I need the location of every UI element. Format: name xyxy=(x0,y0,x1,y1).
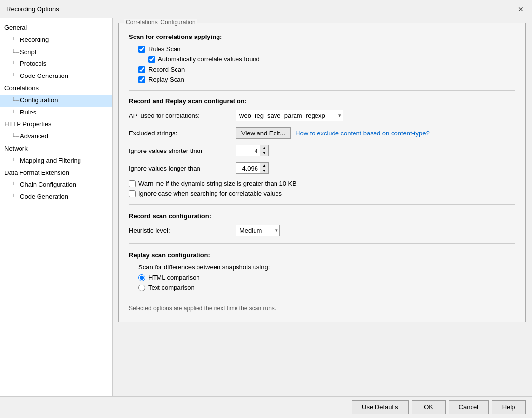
html-comparison-label: HTML comparison xyxy=(148,274,200,281)
divider-3 xyxy=(129,243,515,244)
tree-connector: └─ xyxy=(11,60,19,69)
rules-scan-row: Rules Scan xyxy=(138,45,515,53)
view-edit-button[interactable]: View and Edit... xyxy=(236,127,291,139)
sidebar-item-code-generation-2[interactable]: └─Code Generation xyxy=(0,191,112,203)
record-scan-row: Record Scan xyxy=(138,66,515,73)
api-row: API used for correlations: web_reg_save_… xyxy=(129,110,515,121)
api-label: API used for correlations: xyxy=(129,112,231,119)
ignore-long-input[interactable] xyxy=(236,163,260,173)
sidebar-item-code-generation-1[interactable]: └─Code Generation xyxy=(0,70,112,82)
sidebar-item-data-format-extension[interactable]: Data Format Extension xyxy=(0,167,112,179)
close-button[interactable]: ✕ xyxy=(516,4,526,14)
ignore-short-spinner-btns: ▲ ▼ xyxy=(260,145,268,156)
replay-scan-row: Replay Scan xyxy=(138,76,515,83)
ignore-short-input[interactable] xyxy=(236,145,260,156)
dialog-window: Recording Options ✕ General └─Recording … xyxy=(0,0,532,418)
ignore-case-label: Ignore case when searching for correlata… xyxy=(138,190,282,197)
text-comparison-label: Text comparison xyxy=(148,284,195,291)
tree-connector: └─ xyxy=(11,181,19,190)
excluded-label: Excluded strings: xyxy=(129,130,231,137)
replay-scan-label: Replay Scan xyxy=(148,76,184,83)
sidebar-item-rules[interactable]: └─Rules xyxy=(0,107,112,119)
frame-title: Correlations: Configuration xyxy=(124,19,197,26)
sidebar-item-http-properties[interactable]: HTTP Properties xyxy=(0,118,112,131)
ignore-short-label: Ignore values shorter than xyxy=(129,147,231,154)
tree-connector: └─ xyxy=(11,36,19,45)
heuristic-row: Heuristic level: Low Medium High xyxy=(129,225,515,236)
ignore-short-down[interactable]: ▼ xyxy=(260,151,268,156)
sidebar-item-chain-configuration[interactable]: └─Chain Configuration xyxy=(0,179,112,191)
api-dropdown[interactable]: web_reg_save_param_regexp web_reg_save_p… xyxy=(236,110,343,121)
use-defaults-button[interactable]: Use Defaults xyxy=(352,400,408,414)
sidebar-item-network[interactable]: Network xyxy=(0,143,112,155)
ignore-short-spinner: ▲ ▼ xyxy=(236,145,269,156)
html-comparison-row: HTML comparison xyxy=(138,274,515,281)
ignore-long-down[interactable]: ▼ xyxy=(260,168,268,173)
dialog-title: Recording Options xyxy=(6,5,59,13)
ignore-long-label: Ignore values longer than xyxy=(129,165,231,172)
sidebar-item-mapping-filtering[interactable]: └─Mapping and Filtering xyxy=(0,155,112,167)
sidebar-tree: General └─Recording └─Script └─Protocols… xyxy=(0,18,113,396)
help-button[interactable]: Help xyxy=(492,400,526,414)
ignore-long-row: Ignore values longer than ▲ ▼ xyxy=(129,162,515,174)
tree-connector: └─ xyxy=(11,48,19,57)
tree-connector: └─ xyxy=(11,72,19,81)
rules-scan-checkbox[interactable] xyxy=(138,46,145,53)
auto-correlate-checkbox[interactable] xyxy=(148,56,155,63)
api-dropdown-wrapper: web_reg_save_param_regexp web_reg_save_p… xyxy=(236,110,343,121)
warn-label: Warn me if the dynamic string size is gr… xyxy=(138,180,296,187)
scan-section-title: Scan for correlations applying: xyxy=(129,33,515,40)
tree-connector: └─ xyxy=(11,133,19,141)
record-scan-config-section: Record scan configuration: Heuristic lev… xyxy=(129,212,515,236)
sidebar-item-configuration[interactable]: └─Configuration xyxy=(0,95,112,107)
heuristic-dropdown-wrapper: Low Medium High xyxy=(236,225,280,236)
ignore-long-spinner: ▲ ▼ xyxy=(236,162,269,174)
divider-2 xyxy=(129,204,515,205)
sidebar-item-script[interactable]: └─Script xyxy=(0,46,112,58)
auto-correlate-label: Automatically correlate values found xyxy=(158,56,260,63)
record-replay-config-title: Record and Replay scan configuration: xyxy=(129,97,515,105)
replay-scan-checkbox[interactable] xyxy=(138,76,145,83)
dialog-body: General └─Recording └─Script └─Protocols… xyxy=(0,18,532,396)
tree-connector: └─ xyxy=(11,157,19,166)
correlations-frame: Correlations: Configuration Scan for cor… xyxy=(118,23,526,322)
dialog-footer: Use Defaults OK Cancel Help xyxy=(0,396,532,418)
sidebar-item-protocols[interactable]: └─Protocols xyxy=(0,58,112,70)
main-content-area: Correlations: Configuration Scan for cor… xyxy=(113,18,532,396)
divider-1 xyxy=(129,90,515,91)
ignore-long-spinner-btns: ▲ ▼ xyxy=(260,163,268,173)
sidebar-item-correlations[interactable]: Correlations xyxy=(0,82,112,95)
ignore-short-row: Ignore values shorter than ▲ ▼ xyxy=(129,145,515,156)
tree-connector: └─ xyxy=(11,109,19,117)
title-bar: Recording Options ✕ xyxy=(0,0,532,18)
rules-scan-label: Rules Scan xyxy=(148,45,180,53)
ignore-case-checkbox[interactable] xyxy=(129,190,136,197)
warn-checkbox[interactable] xyxy=(129,180,136,187)
heuristic-label: Heuristic level: xyxy=(129,227,231,234)
snapshot-label: Scan for differences between snapshots u… xyxy=(138,264,515,271)
ignore-long-up[interactable]: ▲ xyxy=(260,163,268,168)
ignore-short-up[interactable]: ▲ xyxy=(260,145,268,151)
replay-scan-config-section: Replay scan configuration: Scan for diff… xyxy=(129,251,515,291)
ok-button[interactable]: OK xyxy=(412,400,446,414)
text-comparison-row: Text comparison xyxy=(138,284,515,291)
excluded-row: Excluded strings: View and Edit... How t… xyxy=(129,127,515,139)
text-comparison-radio[interactable] xyxy=(138,285,145,291)
sidebar-item-recording[interactable]: └─Recording xyxy=(0,34,112,46)
cancel-button[interactable]: Cancel xyxy=(449,400,489,414)
footer-note: Selected options are applied the next ti… xyxy=(129,300,515,312)
record-scan-label: Record Scan xyxy=(148,66,185,73)
tree-connector: └─ xyxy=(11,193,19,202)
sidebar-item-advanced[interactable]: └─Advanced xyxy=(0,131,112,143)
tree-connector: └─ xyxy=(11,96,19,105)
html-comparison-radio[interactable] xyxy=(138,274,145,281)
heuristic-dropdown[interactable]: Low Medium High xyxy=(236,225,280,236)
record-scan-config-title: Record scan configuration: xyxy=(129,212,515,220)
sidebar-item-general[interactable]: General xyxy=(0,22,112,34)
replay-scan-config-title: Replay scan configuration: xyxy=(129,251,515,259)
warn-row: Warn me if the dynamic string size is gr… xyxy=(129,180,515,187)
auto-correlate-row: Automatically correlate values found xyxy=(148,56,515,63)
record-scan-checkbox[interactable] xyxy=(138,66,145,73)
how-to-link[interactable]: How to exclude content based on content-… xyxy=(296,130,430,137)
ignore-case-row: Ignore case when searching for correlata… xyxy=(129,190,515,197)
